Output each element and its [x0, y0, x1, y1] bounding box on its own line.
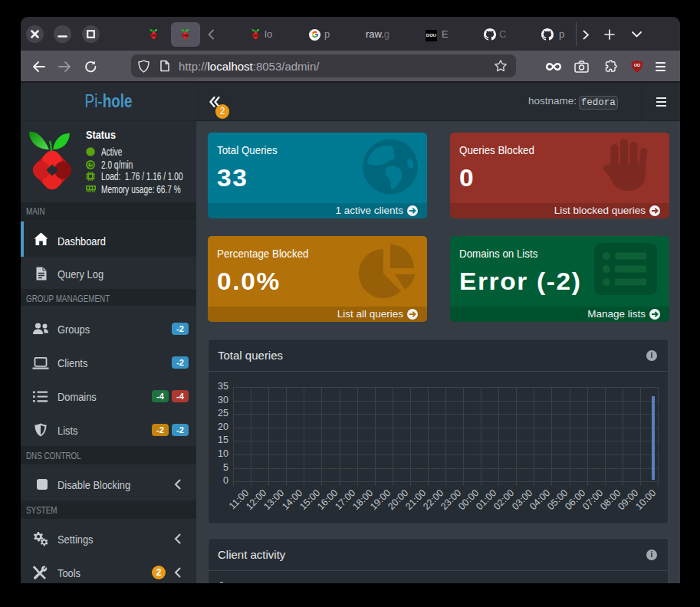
- svg-text:UO: UO: [634, 63, 641, 67]
